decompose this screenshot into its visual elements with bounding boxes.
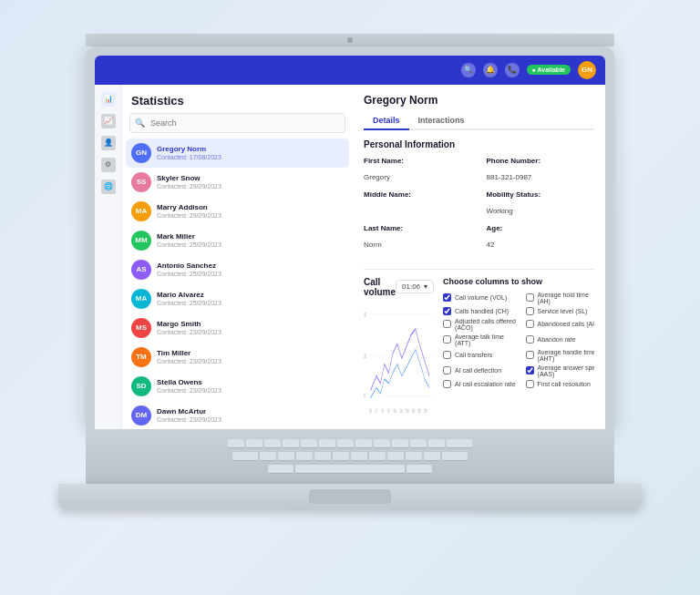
column-checkbox[interactable] xyxy=(443,293,451,302)
svg-text:05am: 05am xyxy=(418,407,421,414)
column-label[interactable]: AI call escalation rate xyxy=(455,381,516,387)
contact-date: Contacted: 23/09/2023 xyxy=(157,387,221,394)
column-checkbox[interactable] xyxy=(443,335,451,344)
contact-info: Mario Alvarez Contacted: 25/09/2023 xyxy=(157,291,221,306)
contact-avatar: DM xyxy=(131,405,151,426)
column-label[interactable]: Abandoned calls (AC) xyxy=(538,321,594,327)
column-checkbox[interactable] xyxy=(526,380,534,388)
person-name: Gregory Norm xyxy=(364,94,594,107)
app-header: 🔍 🔔 📞 ● Available GN xyxy=(95,56,605,85)
contact-info: Stella Owens Contacted: 23/09/2023 xyxy=(157,378,221,394)
app-body: 📊 📈 👤 ⚙ 🌐 Statistics 🔍 GN Gregory Norm xyxy=(95,85,605,429)
sidebar-title: Statistics xyxy=(122,85,353,113)
key xyxy=(232,452,258,461)
available-badge[interactable]: ● Available xyxy=(527,65,571,75)
nav-icon-stats[interactable]: 📊 xyxy=(101,92,116,107)
key xyxy=(447,439,472,448)
key xyxy=(337,439,354,448)
nav-icon-users[interactable]: 👤 xyxy=(101,136,116,150)
main-content: Gregory Norm Details Interactions Person… xyxy=(353,85,605,429)
key xyxy=(296,452,313,461)
contact-info: Margo Smith Contacted: 23/09/2023 xyxy=(157,320,221,335)
contact-item[interactable]: AS Antonio Sanchez Contacted: 25/09/2023 xyxy=(126,255,349,284)
column-checkbox[interactable] xyxy=(526,351,534,359)
column-label[interactable]: Calls handled (CH) xyxy=(455,308,509,314)
search-box[interactable]: 🔍 xyxy=(129,113,345,133)
column-checkbox[interactable] xyxy=(526,307,534,315)
keyboard-row-3 xyxy=(268,465,432,474)
contact-date: Contacted: 25/09/2023 xyxy=(157,300,221,306)
column-checkbox[interactable] xyxy=(526,366,534,374)
column-label[interactable]: AI call deflection xyxy=(455,367,501,374)
column-label[interactable]: Average hold time (AH) xyxy=(538,292,594,304)
contact-name: Stella Owens xyxy=(157,378,221,387)
contact-item[interactable]: SS Skyler Snow Contacted: 29/09/2023 xyxy=(126,168,349,197)
checkbox-item: Average talk time (ATT) xyxy=(443,333,520,346)
chart-filter[interactable]: 01:06 ▾ xyxy=(396,280,434,293)
column-label[interactable]: Average talk time (ATT) xyxy=(455,333,520,346)
contact-info: Skyler Snow Contacted: 29/09/2023 xyxy=(157,174,221,190)
key xyxy=(387,452,404,461)
contact-item[interactable]: DM Dawn McArtur Contacted: 23/09/2023 xyxy=(126,401,349,429)
key xyxy=(278,452,294,461)
checkbox-item: Service level (SL) xyxy=(526,307,594,315)
column-checkbox[interactable] xyxy=(526,320,534,328)
keyboard-row-1 xyxy=(228,439,472,448)
tab-interactions[interactable]: Interactions xyxy=(409,112,474,130)
column-checkbox[interactable] xyxy=(443,307,451,315)
column-checkbox[interactable] xyxy=(526,335,534,344)
column-label[interactable]: Abandon rate xyxy=(538,336,576,343)
column-label[interactable]: Average handle time (AHT) xyxy=(538,349,594,362)
column-checkbox[interactable] xyxy=(443,351,451,359)
contact-item[interactable]: MM Mark Miller Contacted: 25/09/2023 xyxy=(126,226,349,255)
contact-item[interactable]: MA Mario Alvarez Contacted: 25/09/2023 xyxy=(126,284,349,313)
nav-icon-settings[interactable]: ⚙ xyxy=(101,158,116,172)
nav-icon-chart[interactable]: 📈 xyxy=(101,114,116,128)
nav-icon-globe[interactable]: 🌐 xyxy=(101,180,116,194)
checkbox-item: First call resolution xyxy=(526,380,594,388)
user-avatar[interactable]: GN xyxy=(578,61,596,79)
column-checkbox[interactable] xyxy=(443,380,451,388)
svg-text:02am: 02am xyxy=(400,407,403,414)
notification-icon[interactable]: 🔔 xyxy=(483,63,498,77)
column-checkbox[interactable] xyxy=(443,320,451,328)
checkbox-item: Adjusted calls offered (ACO) xyxy=(443,318,520,331)
contact-item[interactable]: SD Stella Owens Contacted: 23/09/2023 xyxy=(126,372,349,401)
svg-text:06am: 06am xyxy=(424,407,427,414)
contact-avatar: MA xyxy=(131,289,151,309)
search-icon[interactable]: 🔍 xyxy=(461,63,476,77)
contact-info: Dawn McArtur Contacted: 23/09/2023 xyxy=(157,407,221,423)
contact-name: Marry Addison xyxy=(157,203,221,212)
key xyxy=(369,452,386,461)
column-label[interactable]: Adjusted calls offered (ACO) xyxy=(455,318,520,331)
column-checkbox[interactable] xyxy=(443,366,451,374)
column-label[interactable]: Call transfers xyxy=(455,352,492,358)
tab-details[interactable]: Details xyxy=(364,112,409,130)
contact-date: Contacted: 23/09/2023 xyxy=(157,358,221,364)
search-input[interactable] xyxy=(129,113,345,133)
contact-info: Gregory Norm Contacted: 17/08/2023 xyxy=(157,145,221,160)
contact-date: Contacted: 23/09/2023 xyxy=(157,416,221,423)
key xyxy=(268,465,293,474)
key xyxy=(424,452,440,461)
column-label[interactable]: Call volume (VOL) xyxy=(455,294,507,301)
column-label[interactable]: First call resolution xyxy=(538,381,591,387)
phone-icon[interactable]: 📞 xyxy=(505,63,520,77)
column-checkbox[interactable] xyxy=(526,293,534,302)
contact-item[interactable]: MA Marry Addison Contacted: 29/09/2023 xyxy=(126,197,349,226)
column-label[interactable]: Average answer speed (AAS) xyxy=(538,364,594,377)
contact-name: Antonio Sanchez xyxy=(157,262,221,271)
svg-text:150: 150 xyxy=(364,311,366,318)
trackpad xyxy=(309,489,391,504)
contact-name: Margo Smith xyxy=(157,320,221,329)
contact-item[interactable]: MS Margo Smith Contacted: 23/09/2023 xyxy=(126,313,349,343)
search-icon-small: 🔍 xyxy=(135,118,145,128)
column-label[interactable]: Service level (SL) xyxy=(538,308,588,314)
contact-item[interactable]: TM Tim Miller Contacted: 23/09/2023 xyxy=(126,343,349,372)
section-personal: Personal Information xyxy=(364,139,594,149)
contact-date: Contacted: 23/09/2023 xyxy=(157,329,221,335)
field-first-name: First Name: Gregory xyxy=(364,157,472,183)
key xyxy=(355,439,372,448)
checkbox-item: AI call escalation rate xyxy=(443,380,520,388)
contact-item[interactable]: GN Gregory Norm Contacted: 17/08/2023 xyxy=(126,138,349,168)
